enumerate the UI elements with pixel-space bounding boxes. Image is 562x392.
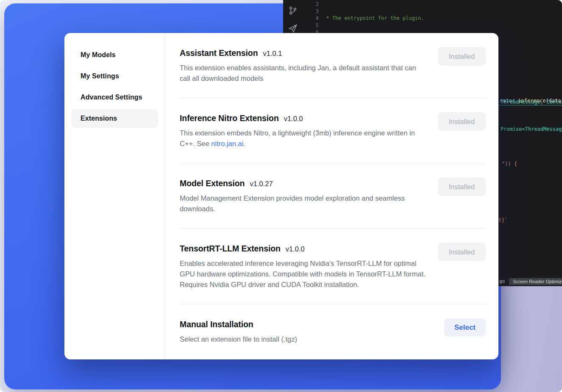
extension-row-model: Model Extension v1.0.27 Model Management… <box>180 163 486 229</box>
settings-sidebar: My Models My Settings Advanced Settings … <box>64 33 165 359</box>
source-control-icon[interactable] <box>288 6 298 15</box>
line-number: 4 <box>308 15 319 22</box>
extension-description: This extension enables assistants, inclu… <box>180 63 426 84</box>
extension-name: Assistant Extension <box>180 47 258 59</box>
code-fragment: rator.inference(data)); <box>500 97 562 105</box>
send-icon[interactable] <box>288 24 298 33</box>
settings-modal: My Models My Settings Advanced Settings … <box>64 33 498 359</box>
extension-name: Model Extension <box>180 177 245 189</box>
desktop: 2 3 4 5 6 * The entrypoint for the plugi… <box>0 0 562 392</box>
screen-reader-optimized-button[interactable]: Screen Reader Optimized <box>509 278 562 285</box>
code-fragment: t}` <box>498 217 508 224</box>
sidebar-item-my-models[interactable]: My Models <box>71 46 158 64</box>
status-text: go <box>499 278 505 285</box>
extension-version: v1.0.0 <box>284 115 303 123</box>
sidebar-item-my-settings[interactable]: My Settings <box>71 67 158 86</box>
installed-button[interactable]: Installed <box>438 243 486 261</box>
extension-description: Model Management Extension provides mode… <box>180 193 426 214</box>
extension-row-assistant: Assistant Extension v1.0.1 This extensio… <box>180 33 486 98</box>
installed-button[interactable]: Installed <box>438 112 486 131</box>
extension-description: Enables accelerated inference leveraging… <box>180 258 426 290</box>
extension-name: TensortRT-LLM Extension <box>180 243 281 254</box>
sidebar-item-extensions[interactable]: Extensions <box>71 109 158 128</box>
manual-installation-title: Manual Installation <box>180 318 253 330</box>
extensions-panel: Assistant Extension v1.0.1 This extensio… <box>165 33 498 359</box>
extension-row-tensorrt: TensortRT-LLM Extension v1.0.0 Enables a… <box>180 229 486 304</box>
extension-version: v1.0.27 <box>250 180 273 188</box>
sidebar-item-advanced-settings[interactable]: Advanced Settings <box>71 88 158 107</box>
select-file-button[interactable]: Select <box>444 318 486 337</box>
extension-row-nitro: Inference Nitro Extension v1.0.0 This ex… <box>180 98 486 163</box>
line-number: 2 <box>308 1 319 8</box>
line-number: 5 <box>308 22 319 29</box>
installed-button[interactable]: Installed <box>438 177 486 196</box>
manual-installation-row: Manual Installation Select an extension … <box>180 304 486 353</box>
extension-version: v1.0.1 <box>263 50 282 58</box>
extension-version: v1.0.0 <box>286 245 305 253</box>
extension-name: Inference Nitro Extension <box>180 112 279 124</box>
nitro-jan-ai-link[interactable]: nitro.jan.ai <box>211 140 243 147</box>
extension-description: This extension embeds Nitro, a lightweig… <box>180 128 426 149</box>
line-number-gutter: 2 3 4 5 6 <box>308 1 319 36</box>
code-fragment: ")) { <box>502 160 517 168</box>
manual-installation-description: Select an extension file to install (.tg… <box>180 334 297 345</box>
line-number: 3 <box>308 8 319 15</box>
code-fragment: Promise<ThreadMessage> <box>501 126 562 133</box>
installed-button[interactable]: Installed <box>438 47 486 66</box>
code-line: * The entrypoint for the plugin. <box>323 15 562 22</box>
